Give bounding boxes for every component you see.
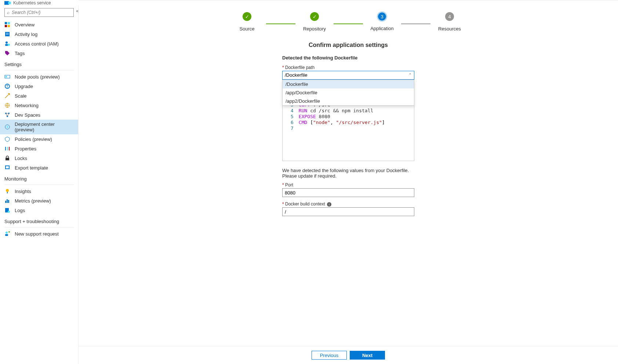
page-title: Confirm application settings: [309, 42, 388, 48]
step-number: 3: [378, 12, 386, 21]
nav-tags[interactable]: Tags: [0, 48, 78, 58]
nav-label: Activity log: [15, 32, 37, 37]
nav-label: Upgrade: [15, 84, 33, 89]
svg-point-34: [6, 232, 8, 234]
nav-section-settings: Settings: [0, 58, 78, 69]
svg-point-33: [8, 211, 10, 213]
activity-log-icon: [4, 31, 10, 37]
nav-label: Export template: [15, 165, 48, 171]
previous-button[interactable]: Previous: [312, 351, 347, 360]
node-pools-icon: [4, 74, 10, 80]
detected-description: We have detected the following values fr…: [282, 168, 414, 179]
dockerfile-dropdown: /Dockerfile /app/Dockerfile /app2/Docker…: [282, 80, 414, 106]
step-repository[interactable]: ✓ Repository: [295, 12, 334, 32]
policies-icon: [4, 136, 10, 142]
nav-metrics[interactable]: Metrics (preview): [0, 196, 78, 205]
chevron-up-icon[interactable]: ⌃: [408, 73, 412, 77]
step-check-icon: ✓: [243, 12, 251, 21]
support-icon: [4, 231, 10, 237]
scale-icon: [4, 93, 10, 99]
svg-rect-26: [6, 166, 9, 168]
step-check-icon: ✓: [310, 12, 319, 21]
dropdown-option[interactable]: /app2/Dockerfile: [283, 97, 414, 105]
dockerfile-path-input[interactable]: [283, 71, 405, 79]
properties-icon: [4, 146, 10, 152]
step-source[interactable]: ✓ Source: [228, 12, 266, 32]
step-application[interactable]: 3 Application: [363, 12, 401, 31]
svg-rect-2: [5, 22, 7, 24]
nav-upgrade[interactable]: Upgrade: [0, 81, 78, 91]
nav-access-control[interactable]: Access control (IAM): [0, 39, 78, 48]
metrics-icon: [4, 198, 10, 204]
service-type-header: Kubernetes service: [0, 0, 79, 6]
search-input[interactable]: [12, 10, 71, 15]
nav-label: Insights: [15, 189, 31, 194]
build-context-label: * Docker build context i: [282, 201, 414, 207]
port-label: * Port: [282, 182, 414, 188]
svg-rect-21: [5, 147, 6, 150]
dockerfile-path-combo[interactable]: ⌃ /Dockerfile /app/Dockerfile /app2/Dock…: [282, 71, 414, 80]
tags-icon: [4, 50, 10, 56]
nav-label: Deployment center (preview): [15, 121, 74, 132]
export-template-icon: [4, 165, 10, 171]
nav-activity-log[interactable]: Activity log: [0, 29, 78, 39]
nav-label: Properties: [15, 146, 36, 152]
step-connector: [266, 23, 295, 24]
nav-insights[interactable]: Insights: [0, 186, 78, 196]
svg-point-11: [8, 44, 10, 46]
svg-rect-10: [5, 44, 8, 46]
upgrade-icon: [4, 83, 10, 89]
nav-export-template[interactable]: Export template: [0, 163, 78, 172]
nav-logs[interactable]: Logs: [0, 205, 78, 215]
dockerfile-path-label: * Dockerfile path: [282, 65, 414, 70]
step-resources[interactable]: 4 Resources: [430, 12, 469, 32]
nav-overview[interactable]: Overview: [0, 20, 78, 29]
nav-label: New support request: [15, 231, 59, 237]
nav-label: Access control (IAM): [15, 41, 59, 47]
svg-rect-35: [5, 234, 8, 236]
svg-rect-29: [5, 201, 6, 203]
svg-rect-31: [8, 200, 9, 203]
locks-icon: [4, 155, 10, 161]
dropdown-option[interactable]: /app/Dockerfile: [283, 88, 414, 97]
port-input[interactable]: [282, 188, 414, 197]
step-connector: [334, 23, 363, 24]
main-content: ✓ Source ✓ Repository 3 Application 4 Re…: [79, 0, 618, 364]
detected-heading: Detected the following Dockerfile: [282, 55, 414, 61]
nav-section-monitoring: Monitoring: [0, 172, 78, 183]
svg-rect-30: [7, 199, 8, 203]
dev-spaces-icon: [4, 112, 10, 118]
nav-label: Networking: [15, 103, 39, 108]
nav-properties[interactable]: Properties: [0, 144, 78, 153]
svg-point-20: [7, 126, 8, 128]
nav-deployment-center[interactable]: Deployment center (preview): [0, 120, 78, 134]
dropdown-option[interactable]: /Dockerfile: [283, 80, 414, 88]
sidebar-search[interactable]: ⌕: [4, 8, 74, 17]
sidebar-collapse-icon[interactable]: «: [76, 8, 79, 14]
svg-rect-22: [7, 147, 8, 150]
nav-locks[interactable]: Locks: [0, 153, 78, 163]
form-area: Detected the following Dockerfile * Dock…: [282, 55, 414, 216]
svg-rect-28: [7, 192, 8, 193]
nav-policies[interactable]: Policies (preview): [0, 134, 78, 144]
svg-point-27: [6, 189, 9, 192]
svg-rect-8: [6, 34, 9, 34]
nav-networking[interactable]: Networking: [0, 101, 78, 110]
wizard-footer: Previous Next: [79, 346, 618, 364]
nav-dev-spaces[interactable]: Dev Spaces: [0, 110, 78, 120]
svg-point-1: [8, 1, 11, 4]
deployment-center-icon: [4, 124, 10, 130]
build-context-input[interactable]: [282, 207, 414, 216]
info-icon[interactable]: i: [327, 202, 331, 207]
nav-label: Node pools (preview): [15, 74, 60, 80]
nav-node-pools[interactable]: Node pools (preview): [0, 72, 78, 81]
overview-icon: [4, 22, 10, 28]
service-type-label: Kubernetes service: [13, 0, 51, 6]
nav-new-support-request[interactable]: New support request: [0, 229, 78, 239]
nav-label: Dev Spaces: [15, 112, 40, 118]
next-button[interactable]: Next: [350, 351, 385, 360]
stepper: ✓ Source ✓ Repository 3 Application 4 Re…: [228, 12, 469, 32]
nav-scale[interactable]: Scale: [0, 91, 78, 101]
step-number: 4: [445, 12, 454, 21]
nav-section-support: Support + troubleshooting: [0, 215, 78, 226]
